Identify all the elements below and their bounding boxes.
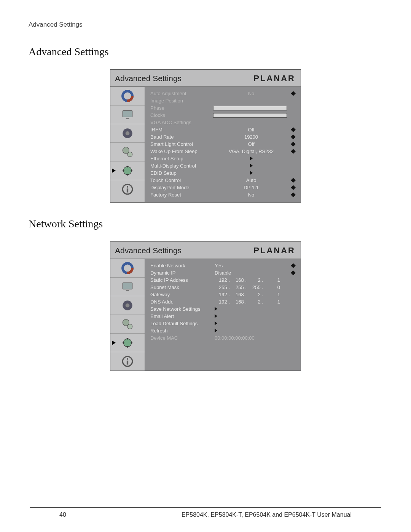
menu-row[interactable]: Email Alert <box>150 313 297 320</box>
menu-label: Device MAC <box>150 335 213 341</box>
section-heading-network: Network Settings <box>29 218 382 230</box>
ip-octet: 192 . <box>213 299 230 305</box>
ip-octet: 2 . <box>247 277 263 283</box>
menu-label: Multi-Display Control <box>150 163 213 169</box>
menu-label: Image Position <box>150 98 213 104</box>
submenu-arrow-icon <box>215 314 217 318</box>
ip-octet: 255 . <box>230 284 247 290</box>
adjust-indicator <box>289 177 297 183</box>
submenu-arrow-icon <box>250 157 253 160</box>
menu-label: Wake Up From Sleep <box>150 149 213 154</box>
menu-row: Clocks <box>150 112 297 119</box>
osd-body: Auto AdjustmentNoImage PositionPhaseCloc… <box>110 87 301 202</box>
ip-value[interactable]: 192 .168 .2 .1 <box>213 277 289 283</box>
menu-row[interactable]: DisplayPort ModeDP 1.1 <box>150 184 297 191</box>
menu-label: Auto Adjustment <box>150 91 213 96</box>
tab-basic-icon[interactable] <box>110 143 145 161</box>
osd-wrapper-1: Advanced Settings PLANAR <box>29 69 382 203</box>
menu-value <box>213 163 289 169</box>
osd-header: Advanced Settings PLANAR <box>110 242 301 259</box>
tab-display-icon[interactable] <box>110 105 145 124</box>
menu-label: VGA ADC Settings <box>150 120 213 125</box>
menu-value: Auto <box>213 177 289 183</box>
menu-row[interactable]: IRFMOff <box>150 126 297 133</box>
tab-basic-icon[interactable] <box>110 315 145 334</box>
ip-value[interactable]: 192 .168 .2 .1 <box>213 292 289 297</box>
menu-label: Ethernet Setup <box>150 156 213 161</box>
menu-row[interactable]: Gateway192 .168 .2 .1 <box>150 291 297 298</box>
menu-row[interactable]: Smart Light ControlOff <box>150 141 297 148</box>
ip-value[interactable]: 192 .168 .2 .1 <box>213 299 289 305</box>
menu-label: Enable Network <box>150 263 213 268</box>
slider-track[interactable] <box>213 106 287 110</box>
menu-row[interactable]: DNS Addr.192 .168 .2 .1 <box>150 298 297 305</box>
brand-logo: PLANAR <box>253 73 295 83</box>
slider-track[interactable] <box>213 113 287 118</box>
svg-point-7 <box>127 152 132 157</box>
menu-row[interactable]: Static IP Address192 .168 .2 .1 <box>150 276 297 284</box>
adjust-indicator <box>289 134 297 140</box>
osd-wrapper-2: Advanced Settings PLANAR <box>29 241 382 371</box>
adjust-diamond-icon <box>291 134 296 139</box>
adjust-diamond-icon <box>291 91 296 96</box>
adjust-indicator <box>289 149 297 154</box>
menu-row[interactable]: Baud Rate19200 <box>150 133 297 141</box>
menu-label: Email Alert <box>150 313 213 319</box>
menu-row[interactable]: Enable NetworkYes <box>150 262 297 269</box>
menu-value: VGA, Digital, RS232 <box>213 149 289 154</box>
ip-octet: 1 <box>263 299 280 305</box>
tab-info-icon[interactable] <box>110 180 145 198</box>
menu-row[interactable]: Load Default Settings <box>150 320 297 327</box>
osd-title: Advanced Settings <box>115 74 182 83</box>
menu-value: 00:00:00:00:00:00 <box>213 335 289 341</box>
submenu-arrow-icon <box>215 329 217 332</box>
tab-audio-icon[interactable] <box>110 296 145 315</box>
submenu-arrow-icon <box>215 321 217 325</box>
adjust-diamond-icon <box>291 192 296 197</box>
menu-row[interactable]: Save Network Settings <box>150 305 297 313</box>
footer-text: EP5804K, EP5804K-T, EP6504K and EP6504K-… <box>182 511 352 518</box>
menu-row[interactable]: Multi-Display Control <box>150 162 297 169</box>
menu-value: 19200 <box>213 134 289 140</box>
menu-row[interactable]: Ethernet Setup <box>150 155 297 162</box>
osd-tab-bar <box>110 87 145 202</box>
osd-panel-advanced: Advanced Settings PLANAR <box>110 69 301 203</box>
svg-point-17 <box>126 304 130 308</box>
osd-panel-network: Advanced Settings PLANAR <box>110 241 301 371</box>
svg-point-10 <box>127 186 128 188</box>
menu-label: Static IP Address <box>150 277 213 283</box>
tab-picture-icon[interactable] <box>110 259 145 278</box>
ip-octet: 2 . <box>247 299 263 305</box>
menu-label: Clocks <box>150 112 213 118</box>
menu-value: Yes <box>213 263 289 268</box>
ip-value[interactable]: 255 .255 .255 .0 <box>213 284 289 290</box>
menu-value <box>213 170 289 176</box>
osd-menu-list: Auto AdjustmentNoImage PositionPhaseCloc… <box>145 87 301 202</box>
menu-row[interactable]: EDID Setup <box>150 169 297 177</box>
osd-menu-list: Enable NetworkYesDynamic IPDisableStatic… <box>145 259 301 371</box>
svg-point-20 <box>123 339 131 347</box>
menu-row[interactable]: Refresh <box>150 327 297 334</box>
submenu-indicator <box>213 313 289 319</box>
menu-row: Image Position <box>150 97 297 104</box>
menu-row[interactable]: Subnet Mask255 .255 .255 .0 <box>150 284 297 291</box>
menu-row[interactable]: Touch ControlAuto <box>150 177 297 184</box>
adjust-diamond-icon <box>291 263 296 268</box>
ip-octet: 168 . <box>230 299 247 305</box>
tab-display-icon[interactable] <box>110 278 145 296</box>
menu-row[interactable]: Wake Up From SleepVGA, Digital, RS232 <box>150 148 297 155</box>
svg-point-8 <box>123 166 131 174</box>
menu-row[interactable]: Dynamic IPDisable <box>150 269 297 276</box>
adjust-diamond-icon <box>291 270 296 275</box>
tab-picture-icon[interactable] <box>110 87 145 105</box>
tab-info-icon[interactable] <box>110 352 145 371</box>
menu-value: Off <box>213 127 289 133</box>
menu-value: No <box>213 192 289 198</box>
menu-row[interactable]: Factory ResetNo <box>150 191 297 198</box>
ip-octet: 255 . <box>247 284 263 290</box>
ip-octet: 168 . <box>230 292 247 297</box>
tab-advanced-icon[interactable] <box>110 334 145 352</box>
menu-value: No <box>213 91 289 96</box>
tab-advanced-icon[interactable] <box>110 161 145 180</box>
tab-audio-icon[interactable] <box>110 124 145 143</box>
